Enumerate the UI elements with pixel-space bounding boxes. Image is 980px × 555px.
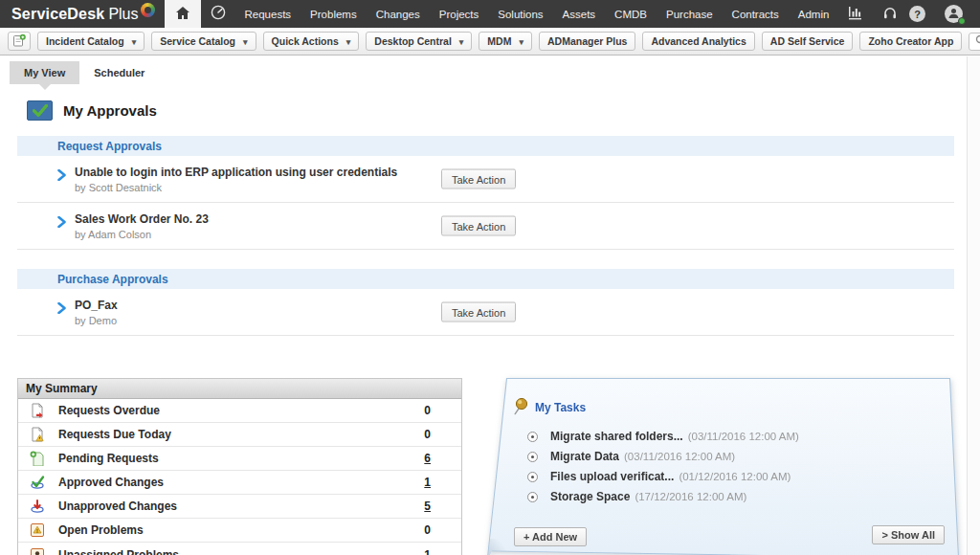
my-summary-header: My Summary bbox=[18, 379, 461, 399]
my-tasks-title: My Tasks bbox=[535, 401, 586, 414]
approval-requester: by Adam Colson bbox=[75, 229, 209, 240]
task-bullet-icon bbox=[527, 472, 538, 482]
take-action-button[interactable]: Take Action bbox=[441, 169, 516, 189]
show-all-tasks-button[interactable]: > Show All bbox=[872, 525, 945, 544]
summary-row-pending-requests[interactable]: Pending Requests 6 bbox=[18, 447, 461, 471]
chevron-right-icon[interactable] bbox=[57, 302, 66, 317]
tab-scheduler[interactable]: Scheduler bbox=[79, 61, 159, 84]
bottom-widgets-row: My Summary Requests Overdue 0 bbox=[17, 378, 980, 555]
summary-row-unapproved-changes[interactable]: Unapproved Changes 5 bbox=[18, 495, 461, 519]
take-action-button[interactable]: Take Action bbox=[441, 216, 516, 236]
unassigned-problems-icon bbox=[30, 547, 45, 555]
reports-button[interactable] bbox=[838, 0, 873, 28]
request-approvals-section: Request Approvals Unable to login into E… bbox=[17, 136, 954, 250]
nav-item-assets[interactable]: Assets bbox=[553, 0, 606, 28]
approval-requester: by Demo bbox=[75, 315, 118, 326]
nav-item-admin[interactable]: Admin bbox=[789, 0, 839, 28]
nav-item-cmdb[interactable]: CMDB bbox=[605, 0, 657, 28]
note-curl-decoration bbox=[487, 539, 516, 555]
summary-count-link[interactable]: 5 bbox=[424, 500, 431, 513]
view-tabs: My View Scheduler bbox=[0, 56, 980, 84]
summary-row-approved-changes[interactable]: Approved Changes 1 bbox=[18, 471, 461, 495]
nav-item-contracts[interactable]: Contracts bbox=[723, 0, 789, 28]
task-bullet-icon bbox=[527, 452, 538, 462]
nav-item-problems[interactable]: Problems bbox=[301, 0, 367, 28]
main-content: My Approvals Request Approvals Unable to… bbox=[0, 100, 980, 555]
nav-item-changes[interactable]: Changes bbox=[367, 0, 430, 28]
nav-item-purchase[interactable]: Purchase bbox=[657, 0, 723, 28]
nav-item-projects[interactable]: Projects bbox=[430, 0, 489, 28]
chevron-right-icon[interactable] bbox=[57, 216, 66, 231]
summary-count: 0 bbox=[424, 404, 431, 417]
task-item[interactable]: Migrate shared folders... (03/11/2016 12… bbox=[527, 430, 958, 443]
chevron-down-icon bbox=[132, 35, 137, 47]
summary-count-link[interactable]: 1 bbox=[424, 476, 431, 489]
summary-row-requests-overdue[interactable]: Requests Overdue 0 bbox=[18, 399, 461, 423]
take-action-button[interactable]: Take Action bbox=[441, 302, 516, 322]
task-list: Migrate shared folders... (03/11/2016 12… bbox=[527, 430, 958, 503]
task-item[interactable]: Migrate Data (03/11/2016 12:00 AM) bbox=[527, 450, 958, 463]
approval-title: Unable to login into ERP application usi… bbox=[75, 166, 397, 179]
service-catalog-dropdown[interactable]: Service Catalog bbox=[151, 32, 256, 51]
purchase-approvals-section: Purchase Approvals PO_Fax by Demo Take A… bbox=[17, 269, 954, 336]
global-search[interactable] bbox=[969, 33, 980, 51]
online-status-dot bbox=[958, 17, 966, 25]
requests-overdue-icon bbox=[30, 403, 45, 418]
my-approvals-icon bbox=[27, 100, 53, 121]
tab-my-view[interactable]: My View bbox=[10, 61, 79, 84]
task-bullet-icon bbox=[527, 432, 538, 442]
open-problems-icon bbox=[30, 522, 45, 538]
advanced-analytics-button[interactable]: Advanced Analytics bbox=[642, 32, 754, 51]
nav-item-requests[interactable]: Requests bbox=[235, 0, 301, 28]
approval-requester: by Scott Desatnick bbox=[75, 182, 397, 193]
summary-row-requests-due-today[interactable]: Requests Due Today 0 bbox=[18, 423, 461, 447]
summary-row-unassigned-problems[interactable]: Unassigned Problems 1 bbox=[18, 543, 461, 555]
desktop-central-dropdown[interactable]: Desktop Central bbox=[366, 32, 472, 51]
page-title: My Approvals bbox=[63, 102, 157, 119]
home-tab[interactable] bbox=[165, 0, 201, 28]
nav-item-solutions[interactable]: Solutions bbox=[488, 0, 552, 28]
right-scroll-gutter bbox=[967, 56, 980, 555]
quick-create-button[interactable] bbox=[8, 32, 31, 51]
section-header: Request Approvals bbox=[17, 136, 954, 156]
requests-due-today-icon bbox=[30, 427, 45, 442]
approval-item[interactable]: Sales Work Order No. 23 by Adam Colson T… bbox=[17, 203, 954, 250]
summary-count-link[interactable]: 1 bbox=[424, 548, 431, 555]
task-item[interactable]: Files upload verificat... (01/12/2016 12… bbox=[527, 470, 958, 483]
chevron-down-icon bbox=[243, 35, 248, 47]
headset-icon bbox=[882, 6, 898, 23]
incident-catalog-dropdown[interactable]: Incident Catalog bbox=[37, 32, 145, 51]
logo-text-light: Plus bbox=[108, 6, 138, 23]
mdm-dropdown[interactable]: MDM bbox=[479, 32, 532, 51]
summary-row-open-problems[interactable]: Open Problems 0 bbox=[18, 519, 461, 543]
zoho-creator-app-button[interactable]: Zoho Creator App bbox=[859, 32, 962, 51]
note-plus-icon bbox=[12, 33, 26, 50]
admanager-plus-button[interactable]: ADManager Plus bbox=[539, 32, 635, 51]
ad-self-service-button[interactable]: AD Self Service bbox=[762, 32, 854, 51]
app-logo[interactable]: ServiceDesk Plus bbox=[0, 0, 165, 28]
bar-chart-icon bbox=[848, 6, 863, 23]
summary-count-link[interactable]: 6 bbox=[424, 452, 431, 465]
logo-swirl-icon bbox=[141, 3, 155, 17]
help-button[interactable]: ? bbox=[909, 6, 925, 22]
main-menu: Requests Problems Changes Projects Solut… bbox=[235, 0, 839, 28]
home-icon bbox=[176, 7, 189, 22]
summary-count: 0 bbox=[424, 523, 431, 537]
my-tasks-panel: My Tasks Migrate shared folders... (03/1… bbox=[486, 378, 959, 555]
approval-item[interactable]: PO_Fax by Demo Take Action bbox=[17, 289, 954, 336]
add-new-task-button[interactable]: + Add New bbox=[514, 527, 587, 546]
chevron-right-icon[interactable] bbox=[57, 169, 66, 184]
user-avatar[interactable] bbox=[945, 5, 963, 23]
approval-item[interactable]: Unable to login into ERP application usi… bbox=[17, 156, 954, 203]
page-title-row: My Approvals bbox=[27, 100, 954, 121]
approval-title: Sales Work Order No. 23 bbox=[75, 212, 209, 226]
chevron-down-icon bbox=[346, 35, 351, 47]
search-icon bbox=[975, 34, 980, 49]
my-summary-panel: My Summary Requests Overdue 0 bbox=[17, 378, 462, 555]
chevron-down-icon bbox=[519, 35, 523, 47]
dashboard-button[interactable] bbox=[201, 0, 235, 28]
quick-actions-dropdown[interactable]: Quick Actions bbox=[263, 32, 360, 51]
task-item[interactable]: Storage Space (17/12/2016 12:00 AM) bbox=[527, 490, 958, 503]
section-header: Purchase Approvals bbox=[17, 269, 954, 289]
support-button[interactable] bbox=[873, 0, 907, 28]
